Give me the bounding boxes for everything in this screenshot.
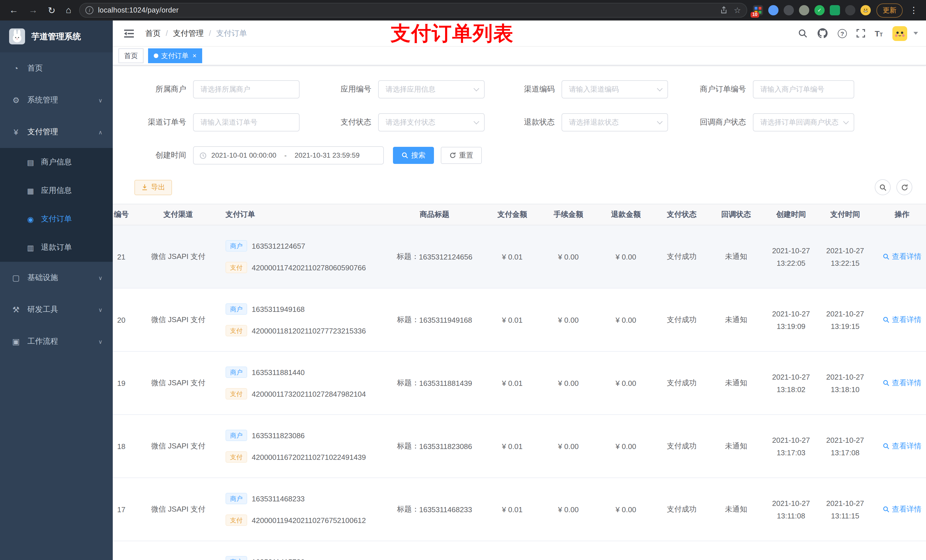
sidebar-item-system[interactable]: ⚙ 系统管理 ∨ [0, 84, 113, 116]
user-avatar[interactable] [893, 26, 907, 41]
share-icon[interactable] [720, 6, 728, 14]
sidebar-item-pay-order[interactable]: ◉ 支付订单 [0, 205, 113, 233]
merchant-order-no: 1635311415786 [252, 557, 305, 560]
create-time-cell: 2021-10-2713:17:03 [763, 415, 820, 477]
amount-cell: ¥ 0.01 [486, 478, 539, 540]
tab-home[interactable]: 首页 [118, 48, 144, 63]
url-text[interactable]: localhost:1024/pay/order [98, 6, 716, 14]
fullscreen-icon[interactable] [856, 29, 865, 38]
channel-cell: 微信 JSAPI 支付 [141, 288, 215, 351]
date-start[interactable]: 2021-10-01 00:00:00 [211, 151, 276, 159]
extension-green-icon[interactable] [830, 5, 840, 15]
browser-nav-buttons: ← → ↻ ⌂ [7, 5, 73, 16]
title-prefix: 标题： [397, 504, 419, 515]
sidebar-item-refund-order[interactable]: ▥ 退款订单 [0, 233, 113, 262]
sidebar-item-infra[interactable]: ▢ 基础设施 ∨ [0, 262, 113, 294]
github-icon[interactable] [817, 28, 828, 39]
reset-button[interactable]: 重置 [441, 147, 482, 164]
col-title: 商品标题 [383, 204, 486, 225]
sidebar-item-label: 研发工具 [27, 305, 58, 315]
sidebar-item-home[interactable]: ◔ 首页 [0, 52, 113, 84]
sidebar-logo[interactable]: 芋道管理系统 [0, 21, 113, 52]
search-icon[interactable] [798, 29, 808, 38]
gear-icon: ⚙ [11, 96, 21, 105]
help-icon[interactable]: ? [838, 29, 847, 38]
export-button[interactable]: 导出 [135, 180, 172, 195]
search-button[interactable]: 搜索 [393, 147, 434, 164]
sidebar-item-merchant-info[interactable]: ▤ 商户信息 [0, 148, 113, 177]
merchant-order-no-input[interactable] [753, 80, 854, 98]
sidebar-item-workflow[interactable]: ▣ 工作流程 ∨ [0, 326, 113, 358]
extension-badge: 10 [750, 12, 759, 18]
title-cell: 标题： [383, 541, 486, 560]
title-cell: 标题： 1635311949168 [383, 288, 486, 351]
date-end[interactable]: 2021-10-31 23:59:59 [295, 151, 360, 159]
forward-icon[interactable]: → [29, 5, 38, 15]
pay-order-cell: 商户 1635311468233 支付 42000011942021102767… [215, 478, 383, 540]
browser-menu-icon[interactable]: ⋮ [908, 5, 919, 15]
refund-cell: ¥ 0.00 [598, 352, 654, 414]
channel-code-select[interactable] [561, 80, 668, 98]
emoji-extension-icon[interactable] [861, 5, 871, 15]
toggle-search-button[interactable] [875, 179, 891, 195]
home-icon[interactable]: ⌂ [66, 5, 71, 15]
browser-update-button[interactable]: 更新 [876, 3, 903, 17]
date-range-picker[interactable]: 2021-10-01 00:00:00 - 2021-10-31 23:59:5… [193, 146, 384, 165]
sidebar-item-payment[interactable]: ¥ 支付管理 ∧ [0, 116, 113, 148]
refresh-icon[interactable]: ↻ [48, 5, 56, 16]
address-bar[interactable]: i localhost:1024/pay/order ☆ [79, 3, 747, 18]
font-size-icon[interactable]: TT [875, 29, 883, 38]
notify-status-cell: 未通知 [710, 225, 763, 288]
table-row: 20 微信 JSAPI 支付 商户 1635311949168 支付 42000… [113, 288, 926, 352]
breadcrumb-payment[interactable]: 支付管理 [173, 28, 204, 38]
channel-order-no-input[interactable] [193, 113, 300, 131]
title-value: 1635311823086 [419, 442, 472, 450]
notify-status-cell [710, 541, 763, 560]
pay-badge: 支付 [225, 325, 247, 337]
app-title: 芋道管理系统 [31, 31, 81, 42]
refresh-table-button[interactable] [896, 179, 912, 195]
active-dot [154, 53, 158, 58]
view-detail-link[interactable]: 查看详情 [883, 252, 921, 262]
sidebar-item-app-info[interactable]: ▦ 应用信息 [0, 177, 113, 205]
app-id-select[interactable] [378, 80, 485, 98]
site-info-icon[interactable]: i [85, 6, 94, 14]
amount-cell: ¥ 0.01 [486, 352, 539, 414]
view-detail-link[interactable]: 查看详情 [883, 378, 921, 388]
pay-status-select[interactable] [378, 113, 485, 131]
avatar-caret-icon[interactable] [914, 32, 918, 35]
amount-cell [486, 541, 539, 560]
sidebar-item-devtools[interactable]: ⚒ 研发工具 ∨ [0, 294, 113, 326]
merchant-input[interactable] [193, 80, 300, 98]
notify-status-select[interactable] [753, 113, 854, 131]
table-toolbar: 导出 [135, 179, 912, 195]
pay-status-cell: 支付成功 [654, 225, 710, 288]
filter-channel-order-no: 渠道订单号 [113, 113, 300, 131]
extension-pin-icon[interactable] [845, 5, 855, 15]
sidebar-toggle[interactable] [121, 29, 137, 37]
view-detail-link[interactable]: 查看详情 [883, 504, 921, 515]
extension-check-icon[interactable]: ✓ [814, 5, 825, 15]
extension-gray-icon[interactable] [799, 5, 809, 15]
search-icon [401, 152, 409, 159]
channel-cell: 微信 JSAPI 支付 [141, 478, 215, 540]
extension-drop-icon[interactable] [768, 5, 779, 15]
extension-dark-icon[interactable] [784, 5, 794, 15]
tab-pay-order[interactable]: 支付订单 × [148, 48, 202, 63]
close-icon[interactable]: × [192, 52, 197, 60]
bookmark-star-icon[interactable]: ☆ [734, 6, 741, 15]
filter-label: 渠道编码 [485, 84, 561, 95]
refund-status-select[interactable] [561, 113, 668, 131]
breadcrumb: 首页 / 支付管理 / 支付订单 [145, 28, 247, 38]
view-detail-link[interactable]: 查看详情 [883, 315, 921, 325]
refresh-icon [449, 152, 456, 159]
filter-label: 商户订单编号 [668, 84, 753, 95]
back-icon[interactable]: ← [9, 5, 18, 15]
table-header: 编号 支付渠道 支付订单 商品标题 支付金额 手续金额 退款金额 支付状态 回调… [113, 204, 926, 225]
pay-status-cell: 支付成功 [654, 478, 710, 540]
breadcrumb-home[interactable]: 首页 [145, 28, 160, 38]
sidebar-item-label: 应用信息 [41, 186, 72, 196]
view-detail-link[interactable]: 查看详情 [883, 441, 921, 451]
extension-tabs-icon[interactable]: 10 [753, 5, 763, 15]
magnifier-icon [883, 443, 890, 450]
